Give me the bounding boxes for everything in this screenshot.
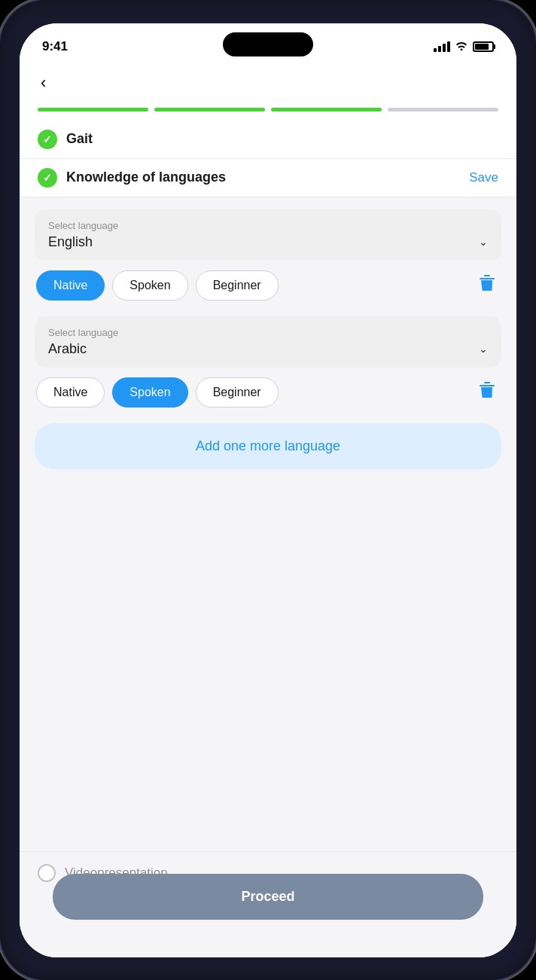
spoken-btn-arabic[interactable]: Spoken <box>112 377 187 408</box>
svg-rect-3 <box>484 382 490 383</box>
knowledge-checkmark: ✓ <box>43 172 52 184</box>
gait-section: ✓ Gait <box>20 121 516 158</box>
progress-segment-2 <box>154 108 265 111</box>
delete-arabic-button[interactable] <box>474 377 500 408</box>
signal-bars-icon <box>434 41 450 52</box>
progress-segment-3 <box>271 108 382 111</box>
save-button[interactable]: Save <box>469 170 498 185</box>
language-value-row-1: English ⌄ <box>48 234 488 250</box>
chevron-down-icon-1: ⌄ <box>479 236 488 248</box>
beginner-btn-english[interactable]: Beginner <box>196 270 279 301</box>
back-button[interactable]: ‹ <box>38 70 49 96</box>
progress-bar <box>20 102 516 121</box>
proceed-label: Proceed <box>241 889 294 904</box>
signal-bar-3 <box>443 44 446 52</box>
knowledge-section-body: Select language English ⌄ Native Spoken … <box>20 197 516 851</box>
proceed-button[interactable]: Proceed <box>53 874 483 920</box>
gait-title: Gait <box>66 131 498 147</box>
language-card-2[interactable]: Select language Arabic ⌄ <box>35 316 501 368</box>
svg-rect-1 <box>484 275 490 276</box>
language-value-row-2: Arabic ⌄ <box>48 341 488 357</box>
language-label-1: Select language <box>48 220 488 231</box>
proficiency-row-arabic: Native Spoken Beginner <box>35 377 501 408</box>
knowledge-section-header: ✓ Knowledge of languages Save <box>20 159 516 197</box>
signal-bar-4 <box>447 41 450 52</box>
add-language-text: Add one more language <box>196 438 340 453</box>
language-label-2: Select language <box>48 327 488 338</box>
language-value-arabic: Arabic <box>48 341 87 357</box>
progress-segment-4 <box>388 108 498 111</box>
delete-english-button[interactable] <box>474 270 500 301</box>
gait-checkmark: ✓ <box>43 133 52 145</box>
phone-frame: 9:41 <box>0 0 536 980</box>
top-nav: ‹ <box>20 63 516 102</box>
knowledge-check-icon: ✓ <box>38 168 57 188</box>
native-btn-arabic[interactable]: Native <box>36 377 105 408</box>
language-card-1[interactable]: Select language English ⌄ <box>35 209 501 261</box>
trash-icon-english <box>479 277 495 296</box>
trash-icon-arabic <box>479 384 495 403</box>
svg-rect-0 <box>480 278 495 279</box>
native-btn-english[interactable]: Native <box>36 270 105 301</box>
phone-screen: 9:41 <box>20 23 516 957</box>
signal-bar-2 <box>438 46 441 52</box>
screen-content: ‹ ✓ Gait ✓ Knowled <box>20 63 516 957</box>
status-icons <box>434 40 494 53</box>
gait-check-icon: ✓ <box>38 130 57 149</box>
spoken-btn-english[interactable]: Spoken <box>112 270 187 301</box>
svg-rect-2 <box>480 385 495 386</box>
proceed-container: Proceed <box>53 874 483 920</box>
progress-segment-1 <box>38 108 148 111</box>
signal-bar-1 <box>434 48 437 52</box>
add-language-button[interactable]: Add one more language <box>35 423 501 469</box>
chevron-down-icon-2: ⌄ <box>479 343 488 355</box>
battery-icon <box>473 41 494 52</box>
beginner-btn-arabic[interactable]: Beginner <box>196 377 279 408</box>
knowledge-title: Knowledge of languages <box>66 169 469 185</box>
status-time: 9:41 <box>42 39 68 54</box>
battery-fill <box>475 44 489 50</box>
wifi-icon <box>455 40 468 53</box>
language-value-english: English <box>48 234 93 250</box>
dynamic-island <box>223 32 313 56</box>
proficiency-row-english: Native Spoken Beginner <box>35 270 501 301</box>
